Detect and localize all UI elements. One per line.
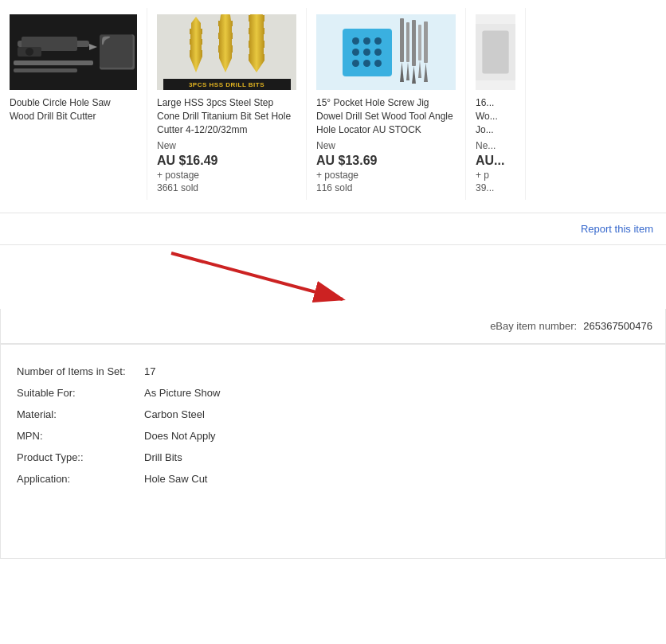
item-number-value: 265367500476 (583, 320, 652, 332)
product-price-2: AU $16.49 (157, 154, 296, 168)
product-condition-2: New (157, 140, 296, 151)
product-card-1[interactable]: Double Circle Hole Saw Wood Drill Bit Cu… (0, 8, 147, 200)
step-drill-image (185, 14, 269, 72)
specs-value-5: Hole Saw Cut (144, 468, 649, 490)
svg-rect-22 (482, 30, 508, 73)
svg-rect-11 (400, 18, 404, 62)
svg-point-5 (25, 48, 33, 56)
specs-row-3: MPN:Does Not Apply (17, 425, 649, 447)
svg-marker-12 (400, 62, 404, 82)
specs-label-1: Suitable For: (17, 382, 144, 404)
product-postage-3: + postage (316, 170, 456, 181)
red-arrow-svg (0, 245, 666, 309)
report-arrow-area: Report this item (0, 213, 666, 309)
report-section: Report this item (0, 213, 666, 245)
product-card-3[interactable]: 15° Pocket Hole Screw Jig Dowel Drill Se… (307, 8, 466, 200)
product-card-2[interactable]: 3PCS HSS DRILL BITS 4-12mm 4-20mm 4-32mm… (147, 8, 307, 200)
svg-marker-18 (418, 60, 421, 78)
specs-row-5: Application:Hole Saw Cut (17, 468, 649, 490)
svg-marker-10 (249, 14, 264, 72)
specs-table: Number of Items in Set:17Suitable For:As… (17, 361, 649, 490)
svg-marker-9 (218, 14, 233, 72)
specs-label-0: Number of Items in Set: (17, 361, 144, 382)
product-title-1: Double Circle Hole Saw Wood Drill Bit Cu… (10, 96, 137, 123)
product-sold-4: 39... (476, 182, 515, 193)
product-title-2: Large HSS 3pcs Steel Step Cone Drill Tit… (157, 96, 296, 136)
svg-rect-19 (424, 21, 428, 63)
product-carousel: Double Circle Hole Saw Wood Drill Bit Cu… (0, 0, 666, 213)
report-link[interactable]: Report this item (581, 223, 653, 235)
specs-label-5: Application: (17, 468, 144, 490)
svg-marker-8 (190, 17, 202, 72)
specs-value-0: 17 (144, 361, 649, 382)
product-card-4[interactable]: 16... Wo... Jo... Ne... AU... + p 39... (466, 8, 526, 200)
specs-value-1: As Picture Show (144, 382, 649, 404)
product-postage-2: + postage (157, 170, 296, 181)
svg-rect-17 (418, 25, 421, 60)
product-image-4 (476, 14, 515, 90)
svg-marker-16 (412, 66, 416, 84)
specs-value-2: Carbon Steel (144, 404, 649, 425)
specs-label-3: MPN: (17, 425, 144, 447)
product-image-2: 3PCS HSS DRILL BITS 4-12mm 4-20mm 4-32mm (157, 14, 296, 90)
svg-rect-6 (14, 60, 93, 65)
product-title-3: 15° Pocket Hole Screw Jig Dowel Drill Se… (316, 96, 456, 136)
item-number-section: eBay item number: 265367500476 (0, 309, 666, 344)
svg-rect-13 (406, 22, 409, 62)
product-price-3: AU $13.69 (316, 154, 456, 168)
svg-rect-7 (14, 68, 77, 72)
drill-label-bar: 3PCS HSS DRILL BITS (163, 79, 291, 91)
product-condition-4: Ne... (476, 140, 515, 151)
specs-value-4: Drill Bits (144, 447, 649, 468)
product-image-3 (316, 14, 456, 90)
product-title-4: 16... Wo... Jo... (476, 96, 515, 136)
specs-label-4: Product Type:: (17, 447, 144, 468)
carousel-row: Double Circle Hole Saw Wood Drill Bit Cu… (0, 8, 666, 200)
specs-row-1: Suitable For:As Picture Show (17, 382, 649, 404)
svg-marker-20 (424, 63, 428, 82)
main-wrapper: Double Circle Hole Saw Wood Drill Bit Cu… (0, 0, 666, 559)
arrow-container (0, 245, 666, 309)
svg-line-24 (171, 253, 343, 299)
product-price-4: AU... (476, 154, 515, 168)
specs-section: Number of Items in Set:17Suitable For:As… (0, 344, 666, 559)
item-number-label: eBay item number: (490, 320, 577, 332)
specs-row-4: Product Type::Drill Bits (17, 447, 649, 468)
product-sold-3: 116 sold (316, 182, 456, 193)
product-postage-4: + p (476, 170, 515, 181)
specs-row-0: Number of Items in Set:17 (17, 361, 649, 382)
jig-bits-visual (398, 18, 430, 86)
specs-row-2: Material:Carbon Steel (17, 404, 649, 425)
svg-marker-14 (406, 62, 409, 80)
product-condition-3: New (316, 140, 456, 151)
specs-label-2: Material: (17, 404, 144, 425)
jig-visual (343, 29, 392, 76)
svg-rect-15 (412, 20, 416, 66)
product-sold-2: 3661 sold (157, 182, 296, 193)
product-image-1 (10, 14, 137, 90)
specs-value-3: Does Not Apply (144, 425, 649, 447)
